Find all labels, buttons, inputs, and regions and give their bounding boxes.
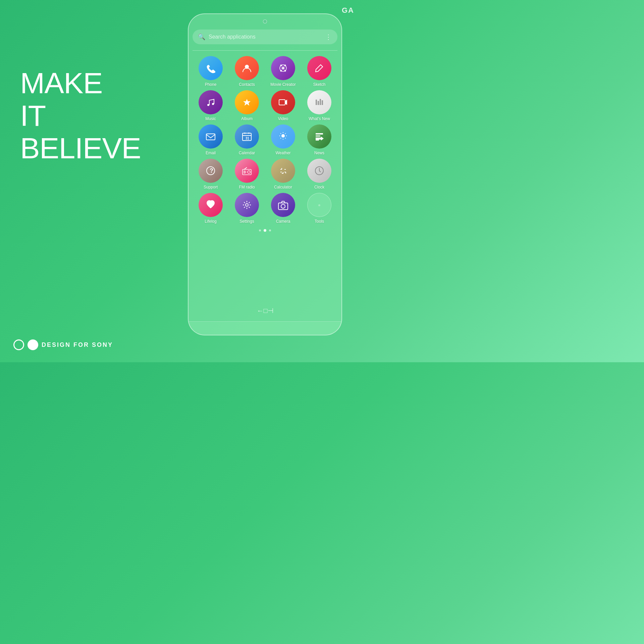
svg-rect-14 [320, 99, 321, 105]
search-input[interactable]: Search applications [209, 34, 325, 40]
fm-radio-label: FM radio [239, 185, 255, 190]
lifelog-label: Lifelog [205, 219, 216, 224]
back-button[interactable]: ← [257, 307, 263, 315]
lifelog-icon [199, 193, 223, 217]
svg-point-6 [284, 70, 286, 72]
app-item-contacts[interactable]: Contacts [230, 56, 264, 87]
phone-label: Phone [205, 82, 217, 87]
app-item-tools[interactable]: ●Tools [303, 193, 336, 224]
news-label: News [314, 151, 324, 155]
album-label: Album [241, 116, 253, 121]
contacts-icon [235, 56, 259, 80]
app-item-phone[interactable]: Phone [194, 56, 227, 87]
app-item-weather[interactable]: Weather [266, 124, 300, 155]
screen: 🔍 Search applications ⋮ PhoneContactsMov… [189, 26, 341, 303]
brand-text: DESIGN FOR SONY [42, 341, 113, 348]
support-label: Support [204, 185, 218, 190]
whats-new-icon [307, 90, 331, 114]
nav-bar: ← □ ⊣ [247, 303, 283, 319]
circle-outline-icon [13, 339, 24, 350]
app-item-calendar[interactable]: 31Calendar [230, 124, 264, 155]
camera-label: Camera [276, 219, 290, 224]
svg-point-5 [280, 70, 282, 72]
page-indicators [193, 229, 337, 232]
svg-rect-29 [316, 136, 320, 137]
app-item-support[interactable]: ?Support [194, 159, 227, 190]
svg-line-26 [285, 133, 285, 133]
svg-rect-28 [316, 133, 323, 135]
svg-rect-11 [279, 100, 285, 105]
phone-icon [199, 56, 223, 80]
tools-label: Tools [315, 219, 324, 224]
sketch-label: Sketch [313, 82, 326, 87]
app-item-sketch[interactable]: Sketch [303, 56, 336, 87]
more-options-icon[interactable]: ⋮ [325, 33, 332, 41]
calculator-label: Calculator [274, 185, 292, 190]
svg-rect-15 [322, 100, 323, 105]
divider [193, 50, 337, 51]
app-item-lifelog[interactable]: Lifelog [194, 193, 227, 224]
news-icon [307, 124, 331, 149]
movie-creator-label: Movie Creator [270, 82, 296, 87]
app-item-album[interactable]: Album [230, 90, 264, 121]
app-item-whats-new[interactable]: What's New [303, 90, 336, 121]
search-icon: 🔍 [198, 33, 205, 41]
svg-marker-10 [243, 99, 251, 106]
svg-rect-13 [318, 101, 319, 105]
svg-point-7 [282, 67, 284, 69]
clock-label: Clock [314, 185, 324, 190]
music-label: Music [205, 116, 216, 121]
svg-point-35 [248, 171, 250, 173]
movie-creator-icon [271, 56, 295, 80]
recents-button[interactable]: ⊣ [268, 307, 273, 315]
phone-mockup: 🔍 Search applications ⋮ PhoneContactsMov… [188, 13, 342, 335]
contacts-label: Contacts [239, 82, 255, 87]
app-item-calculator[interactable]: Calculator [266, 159, 300, 190]
email-icon [199, 124, 223, 149]
phone-camera [263, 19, 267, 23]
svg-point-3 [280, 65, 282, 66]
app-item-fm-radio[interactable]: FM radio [230, 159, 264, 190]
app-item-clock[interactable]: Clock [303, 159, 336, 190]
app-item-camera[interactable]: Camera [266, 193, 300, 224]
calculator-icon [271, 159, 295, 183]
email-label: Email [206, 151, 216, 155]
svg-rect-12 [316, 100, 317, 105]
fm-radio-icon [235, 159, 259, 183]
app-grid: PhoneContactsMovie CreatorSketchMusicAlb… [193, 56, 337, 224]
app-item-news[interactable]: News [303, 124, 336, 155]
video-label: Video [278, 116, 288, 121]
settings-label: Settings [239, 219, 254, 224]
sketch-icon [307, 56, 331, 80]
app-item-video[interactable]: Video [266, 90, 300, 121]
page-dot-1 [259, 229, 261, 231]
svg-rect-16 [206, 134, 215, 140]
weather-icon [271, 124, 295, 149]
app-item-music[interactable]: Music [194, 90, 227, 121]
clock-icon [307, 159, 331, 183]
app-item-settings[interactable]: Settings [230, 193, 264, 224]
support-icon: ? [199, 159, 223, 183]
svg-text:?: ? [210, 167, 213, 174]
phone-bottom-bar [189, 321, 341, 335]
circle-filled-icon [28, 339, 38, 350]
app-item-movie-creator[interactable]: Movie Creator [266, 56, 300, 87]
search-bar[interactable]: 🔍 Search applications ⋮ [193, 30, 337, 44]
svg-point-19 [281, 134, 285, 138]
whats-new-label: What's New [309, 116, 330, 121]
page-dot-3 [269, 229, 271, 231]
home-button[interactable]: □ [263, 307, 267, 315]
app-item-email[interactable]: Email [194, 124, 227, 155]
music-icon [199, 90, 223, 114]
watermark: GA [342, 6, 354, 15]
svg-point-8 [207, 104, 209, 106]
calendar-label: Calendar [239, 151, 255, 155]
calendar-icon: 31 [235, 124, 259, 149]
svg-point-39 [281, 204, 285, 208]
svg-line-25 [285, 138, 285, 138]
album-icon [235, 90, 259, 114]
svg-point-4 [284, 65, 286, 66]
svg-line-24 [280, 133, 281, 133]
svg-line-27 [280, 138, 281, 138]
svg-text:31: 31 [246, 137, 250, 140]
